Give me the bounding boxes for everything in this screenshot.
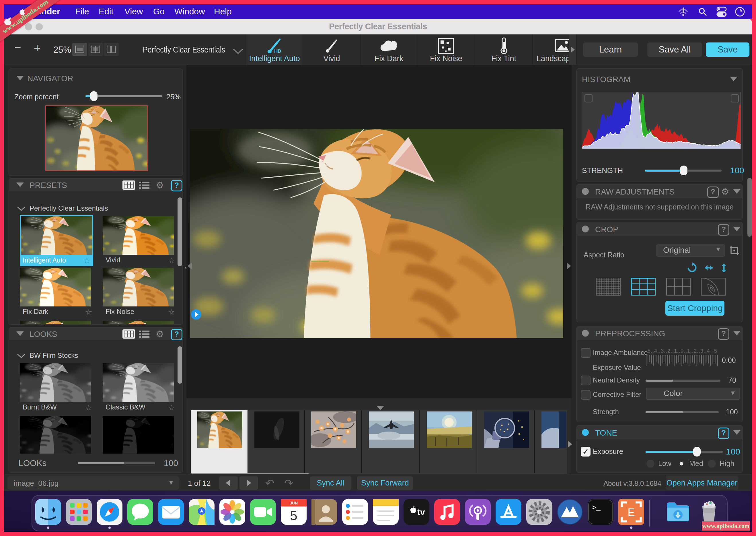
svg-text:HD: HD (274, 49, 281, 53)
svg-text:5: 5 (290, 508, 298, 523)
svg-text:E: E (627, 506, 635, 519)
svg-text:tv: tv (417, 507, 425, 517)
svg-text:>_: >_ (592, 504, 601, 512)
svg-text:JUN: JUN (290, 501, 298, 505)
